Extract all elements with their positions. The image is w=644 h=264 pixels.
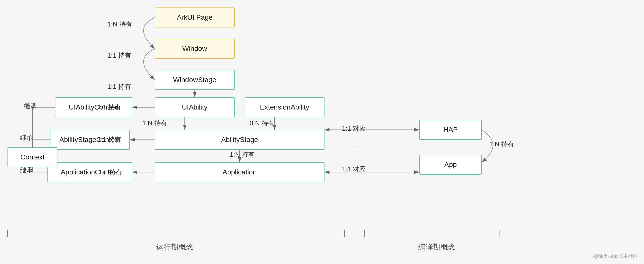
context-label: Context [20,153,45,161]
label-inherit-ability-stage: 继承 [20,134,33,142]
app-box: App [419,155,482,175]
label-11-app: 1:1 对应 [342,165,366,174]
windowstage-box: WindowStage [155,70,235,90]
uiability-box: UIAbility [155,97,235,117]
watermark: @稀土掘金技术社区 [593,253,638,260]
app-label: App [444,161,457,169]
label-11-hap: 1:1 对应 [342,124,366,133]
label-0n-extension: 0:N 持有 [250,119,274,128]
label-11-uiability-ctx: 1:1 持有 [97,103,121,112]
label-1n-ability-stage: 1:N 持有 [142,119,167,128]
arkui-page-box: ArkUI Page [155,8,235,28]
label-1n-application: 1:N 持有 [230,150,254,159]
application-box: Application [155,162,324,182]
arkui-page-label: ArkUI Page [177,14,212,22]
label-1n-hap-app: 1:N 持有 [489,140,514,148]
ability-stage-box: AbilityStage [155,130,324,150]
ability-stage-label: AbilityStage [221,136,258,144]
label-11-window: 1:1 持有 [107,51,131,60]
hap-label: HAP [443,126,458,134]
diagram-container: ArkUI Page Window WindowStage UIAbility … [0,0,644,264]
compile-label: 编译期概念 [387,242,487,252]
extension-ability-box: ExtensionAbility [244,97,324,117]
label-11-windowstage: 1:1 持有 [107,82,131,91]
runtime-label: 运行期概念 [100,242,250,252]
extension-ability-label: ExtensionAbility [260,103,309,111]
uiability-label: UIAbility [182,103,208,111]
label-inherit-uiability: 继承 [24,102,37,110]
application-label: Application [223,168,257,176]
hap-box: HAP [419,120,482,140]
context-box: Context [8,147,58,167]
label-11-ability-stage-ctx: 1:1 持有 [97,135,121,144]
windowstage-label: WindowStage [173,76,216,84]
window-label: Window [182,45,207,53]
window-box: Window [155,39,235,59]
label-inherit-application: 继承 [20,166,33,175]
label-1n-arkui: 1:N 持有 [107,20,132,29]
label-11-application-ctx: 1:1 持有 [98,168,122,176]
